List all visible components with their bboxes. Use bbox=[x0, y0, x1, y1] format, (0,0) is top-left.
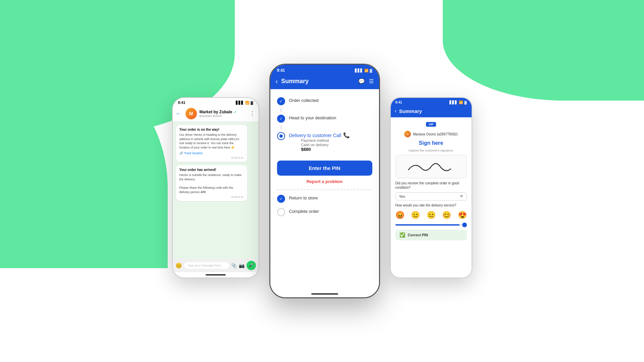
report-problem-link[interactable]: Report a problem bbox=[277, 178, 372, 187]
payment-label: Payment method bbox=[301, 138, 372, 142]
step-done-icon-4: ✓ bbox=[277, 195, 285, 203]
center-back-icon[interactable]: ‹ bbox=[276, 77, 278, 85]
right-app-header: ‹ Summary bbox=[391, 106, 472, 117]
customer-name: Mariana Osorio (a286779582) bbox=[413, 132, 458, 136]
mic-button[interactable]: 🎤 bbox=[247, 261, 256, 270]
menu-header-icon[interactable]: ☰ bbox=[369, 78, 374, 84]
checkmark-icon-2: ✓ bbox=[279, 116, 283, 121]
sign-here-title: Sign here bbox=[395, 140, 467, 146]
emoji-4[interactable]: 😊 bbox=[442, 211, 451, 220]
msg1-time: 10:00 a.m. bbox=[179, 156, 244, 159]
payment-info: Payment method Cash on delivery $880 bbox=[301, 138, 372, 152]
message-input[interactable]: Type your message here... bbox=[184, 262, 229, 269]
chat-contact-sub: Bussines acount bbox=[200, 114, 247, 118]
customer-avatar: M bbox=[404, 131, 411, 137]
track-icon: 🔗 bbox=[179, 152, 183, 155]
emoji-icon[interactable]: 😊 bbox=[175, 262, 182, 269]
step-return-to-store: ✓ Return to store bbox=[277, 192, 372, 205]
step-label-1: Order collected bbox=[289, 97, 319, 103]
chat-avatar: M bbox=[185, 108, 197, 119]
center-app-header: ‹ Summary 💬 ☰ bbox=[270, 75, 379, 89]
customer-row: M Mariana Osorio (a286779582) bbox=[395, 131, 467, 137]
center-wifi-icon: 📶 bbox=[364, 69, 368, 72]
checkmark-icon-1: ✓ bbox=[279, 99, 283, 104]
track-location-link[interactable]: 🔗 Track location bbox=[179, 152, 244, 155]
camera-icon[interactable]: 📷 bbox=[239, 263, 245, 268]
correct-pin-text: Correct PIN bbox=[408, 233, 428, 237]
center-time: 9:41 bbox=[277, 68, 285, 73]
center-battery-icon: ▓ bbox=[370, 69, 372, 72]
phone-left: 9:41 ▋▋▋ 📶 ▓ ← M Market by Zubale ✓ Buss… bbox=[172, 97, 259, 278]
step-done-icon-2: ✓ bbox=[277, 115, 285, 123]
center-header-icons: 💬 ☰ bbox=[358, 78, 374, 84]
delivery-code: 470 bbox=[201, 190, 206, 194]
chat-header-info: Market by Zubale ✓ Bussines acount bbox=[200, 110, 247, 118]
rating-slider-thumb[interactable] bbox=[462, 223, 467, 227]
step-divider bbox=[277, 189, 372, 190]
question2-label: How would you rate the delivery service? bbox=[395, 203, 467, 207]
right-battery-icon: ▓ bbox=[464, 101, 467, 104]
chat-more-icon[interactable]: ⋮ bbox=[249, 110, 255, 117]
home-indicator bbox=[206, 274, 226, 276]
left-battery-icon: ▓ bbox=[251, 101, 253, 105]
center-status-icons: ▋▋▋ 📶 ▓ bbox=[355, 69, 372, 72]
right-body: VIP M Mariana Osorio (a286779582) Sign h… bbox=[391, 117, 472, 278]
verified-badge-icon: ✓ bbox=[234, 110, 236, 114]
chat-message-1: Your order is on the way! Our driver Hec… bbox=[176, 125, 247, 162]
phone-right: 9:41 ▋▋▋ 📶 ▓ ‹ Summary VIP M Mariana Oso… bbox=[390, 97, 472, 278]
enter-pin-button[interactable]: Enter the PIN bbox=[277, 161, 372, 176]
left-time: 9:41 bbox=[178, 101, 185, 105]
payment-method: Cash on delivery bbox=[301, 143, 372, 147]
left-home-bar bbox=[173, 272, 259, 278]
rating-slider-container bbox=[395, 223, 467, 227]
phone-icon[interactable]: 📞 bbox=[343, 132, 350, 138]
chat-contact-name: Market by Zubale ✓ bbox=[200, 110, 247, 114]
chat-header-icon[interactable]: 💬 bbox=[358, 78, 365, 84]
chat-back-icon[interactable]: ← bbox=[176, 111, 181, 117]
emoji-rating-row: 😡 😐 😐 😊 😍 bbox=[395, 210, 467, 220]
chat-header: ← M Market by Zubale ✓ Bussines acount ⋮ bbox=[173, 106, 259, 122]
right-back-icon[interactable]: ‹ bbox=[395, 108, 396, 114]
mic-icon: 🎤 bbox=[249, 263, 254, 268]
sign-here-sub: Capture the customer's signature. bbox=[395, 149, 467, 152]
msg2-title: Your order has arrived! bbox=[179, 168, 244, 172]
question1-label: Did you receive the complete order in go… bbox=[395, 181, 467, 190]
msg2-body: Hector is outside the residence, ready t… bbox=[179, 173, 244, 194]
attach-icon[interactable]: 📎 bbox=[231, 263, 237, 268]
center-home-bar bbox=[270, 291, 379, 297]
center-home-indicator bbox=[311, 293, 338, 295]
step-order-collected: ✓ Order collected bbox=[277, 95, 372, 108]
right-status-bar: 9:41 ▋▋▋ 📶 ▓ bbox=[391, 98, 472, 106]
center-signal-icon: ▋▋▋ bbox=[355, 69, 363, 72]
chat-body: Your order is on the way! Our driver Hec… bbox=[173, 122, 259, 259]
left-signal-icon: ▋▋▋ bbox=[236, 101, 244, 105]
correct-pin-banner: ✅ Correct PIN bbox=[395, 230, 467, 240]
vip-container: VIP bbox=[395, 121, 467, 128]
emoji-2[interactable]: 😐 bbox=[411, 211, 420, 220]
step-connector-1 bbox=[281, 108, 281, 112]
right-signal-icon: ▋▋▋ bbox=[449, 101, 458, 104]
question1-select-wrapper: Yes No bbox=[395, 192, 467, 200]
step-delivery-to-customer: Delivery to customer Call 📞 Payment meth… bbox=[277, 129, 372, 158]
step-label-3: Delivery to customer Call bbox=[289, 133, 341, 138]
step-inactive-icon-5 bbox=[277, 208, 285, 216]
signature-box[interactable] bbox=[395, 155, 467, 178]
signature-drawing bbox=[396, 155, 467, 178]
payment-amount: $880 bbox=[301, 147, 372, 152]
right-wifi-icon: 📶 bbox=[459, 101, 463, 104]
question1-select[interactable]: Yes No bbox=[395, 192, 467, 200]
emoji-5[interactable]: 😍 bbox=[458, 211, 467, 220]
emoji-1[interactable]: 😡 bbox=[395, 211, 405, 220]
correct-pin-icon: ✅ bbox=[399, 232, 405, 238]
step-done-icon-1: ✓ bbox=[277, 97, 285, 105]
step-label-4: Return to store bbox=[289, 195, 318, 200]
step-connector-2 bbox=[281, 125, 281, 129]
phones-container: 9:41 ▋▋▋ 📶 ▓ ← M Market by Zubale ✓ Buss… bbox=[0, 0, 644, 362]
step-complete-order: Complete order bbox=[277, 205, 372, 219]
right-status-icons: ▋▋▋ 📶 ▓ bbox=[449, 101, 467, 104]
step-label-2: Head to your destination bbox=[289, 115, 336, 120]
msg1-title: Your order is on the way! bbox=[179, 128, 244, 131]
emoji-3[interactable]: 😐 bbox=[427, 211, 436, 220]
step-active-icon-3 bbox=[277, 132, 285, 140]
center-title: Summary bbox=[281, 78, 355, 85]
